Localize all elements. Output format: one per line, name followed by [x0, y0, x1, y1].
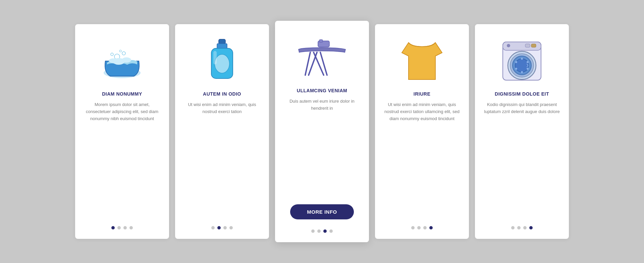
dot — [511, 226, 515, 229]
detergent-bottle-icon — [199, 38, 246, 85]
dot — [417, 226, 421, 229]
svg-point-29 — [515, 61, 517, 63]
svg-rect-8 — [219, 39, 225, 44]
dot — [329, 229, 333, 233]
cards-container: DIAM NONUMMY Morem ipsum dolor sit amet,… — [55, 7, 589, 256]
dot — [317, 229, 321, 233]
card-4-dots — [411, 223, 433, 229]
svg-rect-9 — [217, 44, 227, 49]
svg-point-23 — [507, 44, 510, 47]
svg-point-7 — [109, 58, 117, 63]
card-3-title: ULLAMCING VENIAM — [297, 88, 347, 93]
svg-point-33 — [527, 61, 529, 63]
dot — [517, 226, 521, 229]
card-5-text: Kodio dignissim qui blandit praesent lup… — [483, 101, 561, 216]
dot — [111, 226, 115, 229]
ironing-board-icon — [299, 34, 345, 81]
washing-machine-icon — [498, 38, 545, 85]
card-1-dots — [111, 223, 133, 229]
card-5-title: DIGNISSIM DOLOE EIT — [495, 91, 549, 97]
dot — [429, 226, 433, 229]
dot — [229, 226, 233, 229]
svg-point-3 — [111, 53, 113, 56]
card-1-title: DIAM NONUMMY — [102, 91, 142, 97]
svg-line-16 — [320, 52, 327, 75]
dot — [117, 226, 121, 229]
svg-point-27 — [515, 59, 529, 72]
svg-point-32 — [527, 68, 529, 70]
more-info-button[interactable]: MORE INFO — [290, 204, 354, 219]
dot — [223, 226, 227, 229]
svg-rect-12 — [213, 51, 217, 64]
card-2-text: Ut wisi enim ad minim veniam, quis nostr… — [183, 101, 261, 216]
card-2-dots — [211, 223, 233, 229]
card-3-text: Duis autem vel eum iriure dolor in hendr… — [283, 98, 361, 198]
card-iriure: IRIURE Ut wisi enim ad minim veniam, qui… — [375, 24, 469, 239]
card-2-title: AUTEM IN ODIO — [203, 91, 241, 97]
card-diam-nonummy: DIAM NONUMMY Morem ipsum dolor sit amet,… — [75, 24, 169, 239]
card-4-text: Ut wisi enim ad minim veniam, quis nostr… — [383, 101, 461, 216]
svg-point-2 — [122, 52, 125, 55]
dot — [123, 226, 127, 229]
card-1-text: Morem ipsum dolor sit amet, consectetuer… — [83, 101, 161, 216]
dot — [523, 226, 527, 229]
dot — [211, 226, 215, 229]
t-shirt-icon — [398, 38, 445, 85]
dot — [311, 229, 315, 233]
dot — [529, 226, 533, 229]
svg-point-6 — [122, 57, 131, 63]
card-4-title: IRIURE — [414, 91, 430, 97]
card-ullamcing-veniam: ULLAMCING VENIAM Duis autem vel eum iriu… — [275, 21, 369, 242]
svg-point-30 — [515, 68, 517, 70]
card-3-dots — [311, 226, 333, 233]
dot — [129, 226, 133, 229]
svg-rect-21 — [525, 44, 530, 47]
svg-point-11 — [215, 54, 229, 73]
wash-basin-icon — [99, 38, 146, 85]
dot — [217, 226, 221, 229]
card-dignissim: DIGNISSIM DOLOE EIT Kodio dignissim qui … — [475, 24, 569, 239]
dot — [411, 226, 415, 229]
svg-point-28 — [521, 58, 523, 60]
dot — [323, 229, 327, 233]
svg-point-4 — [119, 50, 121, 52]
svg-rect-22 — [531, 44, 536, 47]
card-5-dots — [511, 223, 533, 229]
svg-rect-14 — [319, 40, 323, 42]
card-autem-in-odio: AUTEM IN ODIO Ut wisi enim ad minim veni… — [175, 24, 269, 239]
svg-point-31 — [521, 71, 523, 73]
dot — [423, 226, 427, 229]
